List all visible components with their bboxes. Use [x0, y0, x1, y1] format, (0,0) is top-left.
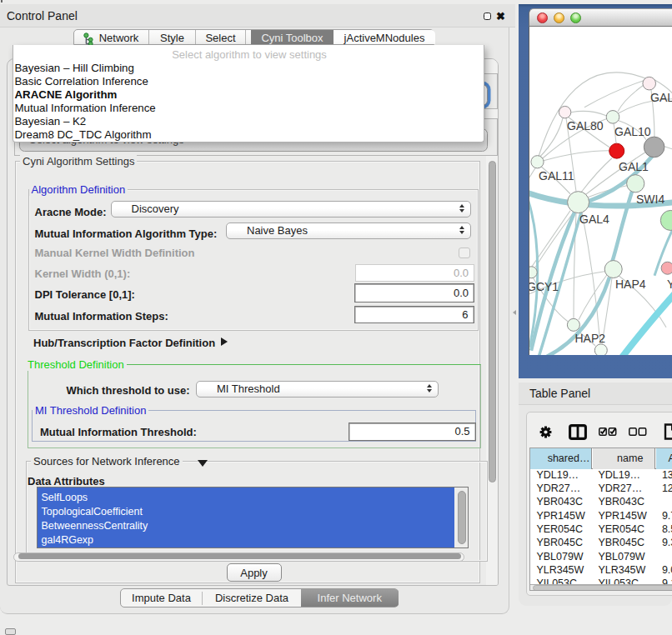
svg-text:Y: Y — [667, 277, 672, 290]
svg-text:GCY1: GCY1 — [529, 280, 559, 293]
svg-text:SWI4: SWI4 — [636, 192, 664, 206]
svg-text:GAL10: GAL10 — [614, 125, 651, 138]
svg-text:GAL11: GAL11 — [539, 169, 574, 182]
svg-text:GAL80: GAL80 — [567, 119, 604, 132]
svg-text:GAL: GAL — [650, 90, 672, 103]
svg-text:GAL1: GAL1 — [619, 159, 649, 172]
svg-text:GAL4: GAL4 — [579, 212, 609, 226]
svg-text:HAP4: HAP4 — [615, 278, 646, 291]
svg-text:HAP2: HAP2 — [575, 332, 606, 345]
